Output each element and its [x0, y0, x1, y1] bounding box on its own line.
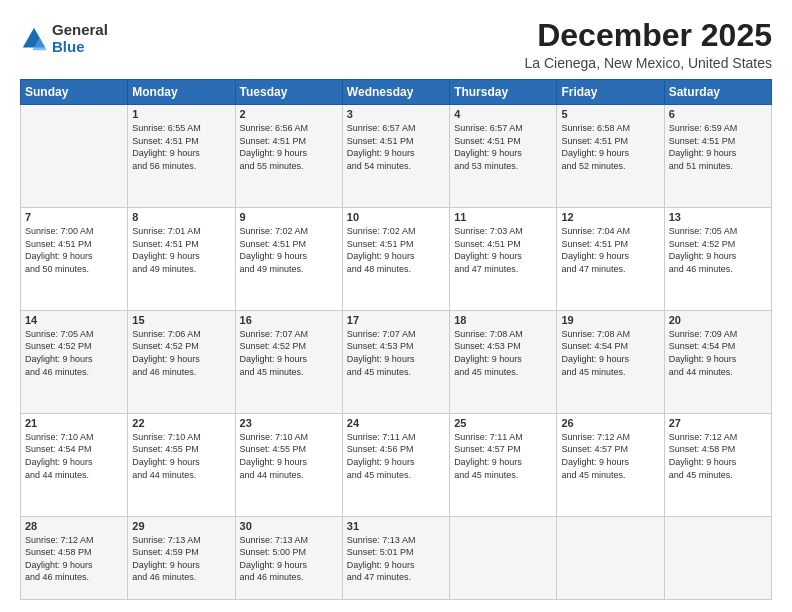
calendar-cell: 18Sunrise: 7:08 AMSunset: 4:53 PMDayligh… — [450, 310, 557, 413]
day-info: Sunrise: 7:10 AMSunset: 4:54 PMDaylight:… — [25, 431, 123, 481]
calendar-cell: 21Sunrise: 7:10 AMSunset: 4:54 PMDayligh… — [21, 413, 128, 516]
calendar-cell: 2Sunrise: 6:56 AMSunset: 4:51 PMDaylight… — [235, 105, 342, 208]
day-info: Sunrise: 7:01 AMSunset: 4:51 PMDaylight:… — [132, 225, 230, 275]
day-info: Sunrise: 7:12 AMSunset: 4:57 PMDaylight:… — [561, 431, 659, 481]
calendar-cell: 26Sunrise: 7:12 AMSunset: 4:57 PMDayligh… — [557, 413, 664, 516]
calendar-cell: 22Sunrise: 7:10 AMSunset: 4:55 PMDayligh… — [128, 413, 235, 516]
day-number: 10 — [347, 211, 445, 223]
day-info: Sunrise: 7:06 AMSunset: 4:52 PMDaylight:… — [132, 328, 230, 378]
day-number: 2 — [240, 108, 338, 120]
week-row-1: 1Sunrise: 6:55 AMSunset: 4:51 PMDaylight… — [21, 105, 772, 208]
header-day-saturday: Saturday — [664, 80, 771, 105]
calendar-cell: 3Sunrise: 6:57 AMSunset: 4:51 PMDaylight… — [342, 105, 449, 208]
header-day-monday: Monday — [128, 80, 235, 105]
week-row-2: 7Sunrise: 7:00 AMSunset: 4:51 PMDaylight… — [21, 208, 772, 311]
day-info: Sunrise: 7:07 AMSunset: 4:52 PMDaylight:… — [240, 328, 338, 378]
calendar-cell: 25Sunrise: 7:11 AMSunset: 4:57 PMDayligh… — [450, 413, 557, 516]
day-number: 13 — [669, 211, 767, 223]
day-number: 12 — [561, 211, 659, 223]
day-info: Sunrise: 6:57 AMSunset: 4:51 PMDaylight:… — [347, 122, 445, 172]
calendar-table: SundayMondayTuesdayWednesdayThursdayFrid… — [20, 79, 772, 600]
day-number: 3 — [347, 108, 445, 120]
day-number: 4 — [454, 108, 552, 120]
header-day-sunday: Sunday — [21, 80, 128, 105]
calendar-cell: 13Sunrise: 7:05 AMSunset: 4:52 PMDayligh… — [664, 208, 771, 311]
header: General Blue December 2025 La Cienega, N… — [20, 18, 772, 71]
day-number: 29 — [132, 520, 230, 532]
day-info: Sunrise: 7:07 AMSunset: 4:53 PMDaylight:… — [347, 328, 445, 378]
calendar-cell: 28Sunrise: 7:12 AMSunset: 4:58 PMDayligh… — [21, 516, 128, 599]
day-number: 31 — [347, 520, 445, 532]
header-row: SundayMondayTuesdayWednesdayThursdayFrid… — [21, 80, 772, 105]
day-info: Sunrise: 7:00 AMSunset: 4:51 PMDaylight:… — [25, 225, 123, 275]
day-info: Sunrise: 7:02 AMSunset: 4:51 PMDaylight:… — [347, 225, 445, 275]
calendar-cell: 16Sunrise: 7:07 AMSunset: 4:52 PMDayligh… — [235, 310, 342, 413]
day-number: 1 — [132, 108, 230, 120]
calendar-cell: 6Sunrise: 6:59 AMSunset: 4:51 PMDaylight… — [664, 105, 771, 208]
day-info: Sunrise: 7:13 AMSunset: 4:59 PMDaylight:… — [132, 534, 230, 584]
calendar-cell — [21, 105, 128, 208]
day-info: Sunrise: 7:11 AMSunset: 4:56 PMDaylight:… — [347, 431, 445, 481]
header-day-friday: Friday — [557, 80, 664, 105]
calendar-cell — [664, 516, 771, 599]
day-number: 17 — [347, 314, 445, 326]
day-number: 20 — [669, 314, 767, 326]
subtitle: La Cienega, New Mexico, United States — [525, 55, 772, 71]
week-row-3: 14Sunrise: 7:05 AMSunset: 4:52 PMDayligh… — [21, 310, 772, 413]
day-number: 22 — [132, 417, 230, 429]
logo-general: General — [52, 22, 108, 39]
calendar-cell: 15Sunrise: 7:06 AMSunset: 4:52 PMDayligh… — [128, 310, 235, 413]
day-info: Sunrise: 7:12 AMSunset: 4:58 PMDaylight:… — [25, 534, 123, 584]
calendar-cell: 23Sunrise: 7:10 AMSunset: 4:55 PMDayligh… — [235, 413, 342, 516]
header-day-thursday: Thursday — [450, 80, 557, 105]
calendar-cell: 12Sunrise: 7:04 AMSunset: 4:51 PMDayligh… — [557, 208, 664, 311]
calendar-cell: 9Sunrise: 7:02 AMSunset: 4:51 PMDaylight… — [235, 208, 342, 311]
calendar-cell: 5Sunrise: 6:58 AMSunset: 4:51 PMDaylight… — [557, 105, 664, 208]
day-info: Sunrise: 7:05 AMSunset: 4:52 PMDaylight:… — [25, 328, 123, 378]
calendar-cell: 8Sunrise: 7:01 AMSunset: 4:51 PMDaylight… — [128, 208, 235, 311]
calendar-cell: 29Sunrise: 7:13 AMSunset: 4:59 PMDayligh… — [128, 516, 235, 599]
day-info: Sunrise: 7:02 AMSunset: 4:51 PMDaylight:… — [240, 225, 338, 275]
day-number: 18 — [454, 314, 552, 326]
day-info: Sunrise: 7:12 AMSunset: 4:58 PMDaylight:… — [669, 431, 767, 481]
day-info: Sunrise: 6:55 AMSunset: 4:51 PMDaylight:… — [132, 122, 230, 172]
day-number: 24 — [347, 417, 445, 429]
day-number: 25 — [454, 417, 552, 429]
day-number: 5 — [561, 108, 659, 120]
logo: General Blue — [20, 22, 108, 55]
calendar-cell: 19Sunrise: 7:08 AMSunset: 4:54 PMDayligh… — [557, 310, 664, 413]
calendar-cell: 31Sunrise: 7:13 AMSunset: 5:01 PMDayligh… — [342, 516, 449, 599]
calendar-cell — [557, 516, 664, 599]
calendar-cell: 4Sunrise: 6:57 AMSunset: 4:51 PMDaylight… — [450, 105, 557, 208]
day-number: 9 — [240, 211, 338, 223]
day-number: 27 — [669, 417, 767, 429]
day-info: Sunrise: 6:58 AMSunset: 4:51 PMDaylight:… — [561, 122, 659, 172]
day-info: Sunrise: 7:04 AMSunset: 4:51 PMDaylight:… — [561, 225, 659, 275]
day-number: 21 — [25, 417, 123, 429]
logo-icon — [20, 25, 48, 53]
day-info: Sunrise: 7:10 AMSunset: 4:55 PMDaylight:… — [240, 431, 338, 481]
day-info: Sunrise: 6:57 AMSunset: 4:51 PMDaylight:… — [454, 122, 552, 172]
header-day-tuesday: Tuesday — [235, 80, 342, 105]
calendar-cell: 7Sunrise: 7:00 AMSunset: 4:51 PMDaylight… — [21, 208, 128, 311]
calendar-cell: 20Sunrise: 7:09 AMSunset: 4:54 PMDayligh… — [664, 310, 771, 413]
day-number: 30 — [240, 520, 338, 532]
day-info: Sunrise: 7:09 AMSunset: 4:54 PMDaylight:… — [669, 328, 767, 378]
day-info: Sunrise: 7:08 AMSunset: 4:54 PMDaylight:… — [561, 328, 659, 378]
day-info: Sunrise: 7:05 AMSunset: 4:52 PMDaylight:… — [669, 225, 767, 275]
day-number: 16 — [240, 314, 338, 326]
day-number: 23 — [240, 417, 338, 429]
calendar-cell: 1Sunrise: 6:55 AMSunset: 4:51 PMDaylight… — [128, 105, 235, 208]
day-number: 26 — [561, 417, 659, 429]
title-block: December 2025 La Cienega, New Mexico, Un… — [525, 18, 772, 71]
calendar-cell: 24Sunrise: 7:11 AMSunset: 4:56 PMDayligh… — [342, 413, 449, 516]
week-row-4: 21Sunrise: 7:10 AMSunset: 4:54 PMDayligh… — [21, 413, 772, 516]
day-info: Sunrise: 7:11 AMSunset: 4:57 PMDaylight:… — [454, 431, 552, 481]
day-number: 6 — [669, 108, 767, 120]
day-number: 28 — [25, 520, 123, 532]
logo-text: General Blue — [52, 22, 108, 55]
day-info: Sunrise: 7:03 AMSunset: 4:51 PMDaylight:… — [454, 225, 552, 275]
day-info: Sunrise: 7:08 AMSunset: 4:53 PMDaylight:… — [454, 328, 552, 378]
calendar-cell: 27Sunrise: 7:12 AMSunset: 4:58 PMDayligh… — [664, 413, 771, 516]
calendar-cell — [450, 516, 557, 599]
